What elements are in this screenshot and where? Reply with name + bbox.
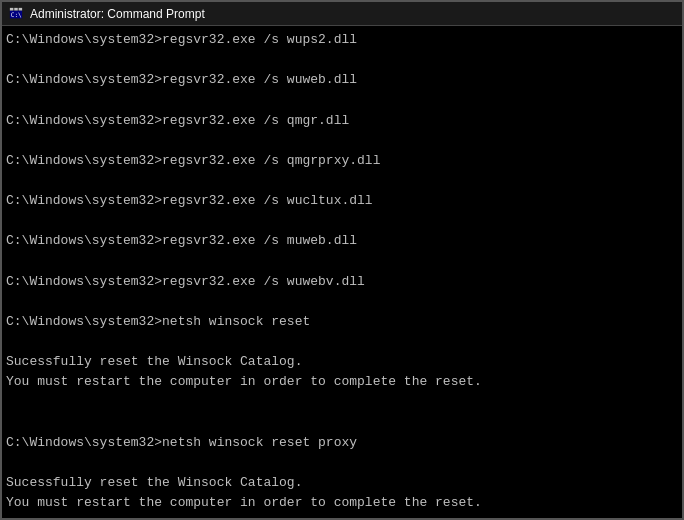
- console-line: You must restart the computer in order t…: [6, 372, 678, 392]
- console-line: C:\Windows\system32>netsh winsock reset: [6, 312, 678, 332]
- console-output[interactable]: C:\Windows\system32>regsvr32.exe /s wups…: [2, 26, 682, 518]
- svg-rect-4: [14, 7, 18, 10]
- command-prompt-window: C:\ Administrator: Command Prompt C:\Win…: [0, 0, 684, 520]
- title-bar-text: Administrator: Command Prompt: [30, 7, 676, 21]
- console-line: Sucessfully reset the Winsock Catalog.: [6, 352, 678, 372]
- console-line: C:\Windows\system32>netsh winsock reset …: [6, 433, 678, 453]
- console-line: C:\Windows\system32>regsvr32.exe /s wuwe…: [6, 70, 678, 90]
- console-line: Sucessfully reset the Winsock Catalog.: [6, 473, 678, 493]
- cmd-icon: C:\: [8, 6, 24, 22]
- svg-rect-5: [19, 7, 23, 10]
- console-line: C:\Windows\system32>regsvr32.exe /s wups…: [6, 30, 678, 50]
- svg-rect-3: [10, 7, 14, 10]
- console-line: You must restart the computer in order t…: [6, 493, 678, 513]
- console-line: C:\Windows\system32>regsvr32.exe /s muwe…: [6, 231, 678, 251]
- console-line: C:\Windows\system32>regsvr32.exe /s qmgr…: [6, 151, 678, 171]
- title-bar: C:\ Administrator: Command Prompt: [2, 2, 682, 26]
- console-line: C:\Windows\system32>regsvr32.exe /s qmgr…: [6, 111, 678, 131]
- svg-text:C:\: C:\: [11, 10, 22, 17]
- console-line: C:\Windows\system32>regsvr32.exe /s wuwe…: [6, 272, 678, 292]
- console-line: C:\Windows\system32>regsvr32.exe /s wucl…: [6, 191, 678, 211]
